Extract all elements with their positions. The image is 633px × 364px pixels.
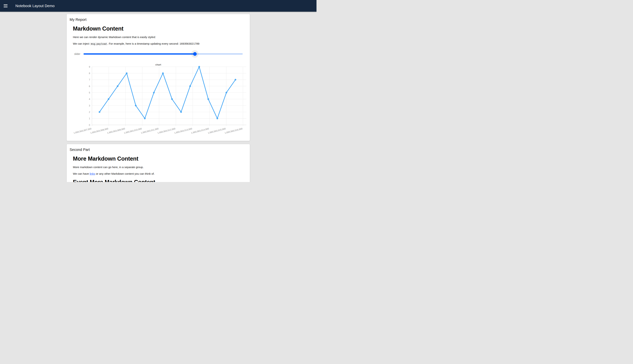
para4-post-text: or any other Markdown content you can th… bbox=[95, 172, 154, 175]
markdown-paragraph-1: Here we can render dynamic Markdown cont… bbox=[73, 35, 247, 39]
data-point[interactable] bbox=[226, 92, 227, 93]
x-tick-label: 1,693,563,015,000 bbox=[207, 127, 226, 134]
data-point[interactable] bbox=[99, 111, 100, 113]
data-point[interactable] bbox=[235, 79, 236, 80]
app-title: Notebook Layout Demo bbox=[15, 4, 55, 8]
y-tick-label: 2 bbox=[89, 111, 90, 114]
y-tick-label: 5 bbox=[89, 92, 90, 94]
data-point[interactable] bbox=[117, 86, 118, 87]
x-tick-label: 1,693,563,011,000 bbox=[141, 127, 159, 134]
chart-title: chart bbox=[155, 63, 161, 66]
data-point[interactable] bbox=[198, 66, 200, 68]
data-point[interactable] bbox=[153, 92, 155, 93]
para2-mid-text: . For example, here is a timestamp updat… bbox=[107, 42, 179, 45]
markdown-block-1: Markdown Content Here we can render dyna… bbox=[70, 25, 247, 46]
markdown-paragraph-2: We can inject msg.payload. For example, … bbox=[73, 42, 247, 46]
data-point[interactable] bbox=[207, 98, 209, 100]
msg-payload-code: msg.payload bbox=[90, 42, 107, 46]
data-point[interactable] bbox=[171, 98, 173, 100]
data-point[interactable] bbox=[162, 72, 163, 74]
y-tick-label: 7 bbox=[89, 78, 90, 81]
second-card: Second Part More Markdown Content More m… bbox=[67, 144, 250, 182]
y-tick-label: 1 bbox=[89, 117, 90, 120]
x-tick-label: 1,693,563,012,000 bbox=[157, 127, 176, 134]
y-tick-label: 9 bbox=[89, 66, 90, 68]
para1-text: Here we can render dynamic Markdown cont… bbox=[73, 36, 148, 38]
x-tick-label: 1,693,563,010,000 bbox=[124, 127, 142, 134]
markdown-heading: Markdown Content bbox=[73, 25, 247, 32]
y-tick-label: 6 bbox=[89, 85, 90, 88]
line-chart[interactable]: 01234567891,693,563,007,0001,693,563,008… bbox=[70, 60, 247, 138]
x-tick-label: 1,693,563,008,000 bbox=[90, 127, 109, 134]
report-card-title: My Report bbox=[70, 17, 247, 22]
slider-track-inactive bbox=[195, 54, 243, 54]
app-header: Notebook Layout Demo bbox=[0, 0, 316, 12]
links-hyperlink[interactable]: links bbox=[90, 172, 95, 175]
y-tick-label: 3 bbox=[89, 104, 90, 107]
y-tick-label: 8 bbox=[89, 72, 90, 75]
data-point[interactable] bbox=[180, 111, 182, 113]
x-tick-label: 1,693,563,013,000 bbox=[174, 127, 192, 134]
slider-track[interactable] bbox=[84, 50, 243, 58]
data-point[interactable] bbox=[189, 86, 191, 87]
y-tick-label: 4 bbox=[89, 98, 90, 100]
second-card-title: Second Part bbox=[70, 147, 247, 152]
markdown-heading-3: Event More Markdown Content bbox=[73, 178, 247, 182]
para1-period: . bbox=[155, 36, 156, 38]
x-tick-label: 1,693,563,007,000 bbox=[73, 127, 92, 134]
slider-widget: slider bbox=[70, 50, 247, 58]
data-point[interactable] bbox=[217, 118, 218, 119]
slider-halo bbox=[191, 50, 198, 58]
para2-text: We can inject bbox=[73, 42, 90, 45]
slider-handle[interactable] bbox=[193, 52, 197, 56]
report-card: My Report Markdown Content Here we can r… bbox=[67, 14, 250, 141]
markdown-paragraph-3: More markdown content can go here, in a … bbox=[73, 165, 247, 169]
data-point[interactable] bbox=[135, 105, 136, 106]
data-point[interactable] bbox=[126, 72, 127, 74]
markdown-block-2: More Markdown Content More markdown cont… bbox=[70, 155, 247, 182]
data-point[interactable] bbox=[144, 118, 145, 119]
para4-text: We can have bbox=[73, 172, 90, 175]
y-tick-label: 0 bbox=[89, 124, 90, 126]
x-tick-label: 1,693,563,014,000 bbox=[191, 127, 209, 134]
timestamp-value: 1693563021789 bbox=[179, 42, 199, 45]
x-tick-label: 1,693,563,009,000 bbox=[107, 127, 125, 134]
dashboard-body: My Report Markdown Content Here we can r… bbox=[0, 14, 316, 182]
markdown-paragraph-4: We can have links or any other Markdown … bbox=[73, 172, 247, 176]
menu-button[interactable] bbox=[4, 2, 11, 10]
markdown-heading-2: More Markdown Content bbox=[73, 155, 247, 162]
hamburger-icon bbox=[4, 4, 8, 8]
app-root: Notebook Layout Demo My Report Markdown … bbox=[0, 0, 316, 182]
data-point[interactable] bbox=[108, 98, 109, 100]
slider-label: slider bbox=[74, 52, 81, 56]
para1-italic: styled bbox=[148, 36, 155, 38]
x-tick-label: 1,693,563,016,000 bbox=[224, 127, 243, 134]
slider-track-active bbox=[84, 54, 195, 55]
